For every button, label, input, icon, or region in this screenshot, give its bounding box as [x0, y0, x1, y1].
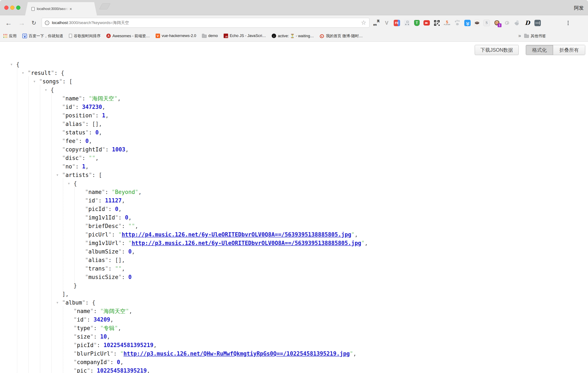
- mask-icon[interactable]: [474, 20, 480, 26]
- folder-icon: [524, 35, 529, 38]
- bookmark-label: 应用: [9, 33, 17, 39]
- json-string-value: 海阔天空: [104, 308, 126, 314]
- json-key: musicSize: [88, 274, 118, 280]
- page-content: 下载JSON数据 格式化 折叠所有 ▼{▼"result": {▼"songs"…: [0, 42, 588, 373]
- collapse-all-button[interactable]: 折叠所有: [553, 45, 585, 55]
- window-minimize-button[interactable]: [10, 6, 14, 10]
- download-json-button[interactable]: 下载JSON数据: [475, 45, 519, 55]
- bookmark-item[interactable]: 谷歌按时间排序: [69, 33, 101, 39]
- bookmark-item[interactable]: vue-hackernews-2.0: [156, 34, 196, 38]
- shield-icon[interactable]: [414, 20, 420, 26]
- json-key: artists: [65, 172, 89, 178]
- json-key: pic: [77, 367, 87, 373]
- collapse-caret-icon[interactable]: ▼: [43, 86, 49, 94]
- json-key: id: [77, 316, 84, 323]
- json-link[interactable]: http://p3.music.126.net/6y-UleORITEDbvrO…: [132, 240, 361, 246]
- fastforward-icon[interactable]: [423, 20, 430, 25]
- collapse-caret-icon[interactable]: ▼: [20, 69, 26, 77]
- url-bar[interactable]: i localhost:3000/search?keywords=海阔天空 ☆: [42, 18, 369, 28]
- json-number-value: 0: [95, 129, 99, 136]
- html5player-icon[interactable]: [444, 20, 450, 26]
- json-line: "trans": "",: [0, 264, 588, 273]
- bookmark-item[interactable]: active: ⏳ - waiting…: [272, 34, 314, 38]
- apps-grid-icon: [3, 34, 7, 38]
- tab-title: localhost:3000/search?keywor: [37, 7, 69, 11]
- collapse-caret-icon[interactable]: ▼: [9, 60, 14, 69]
- json-link[interactable]: http://p4.music.126.net/6y-UleORITEDbvrO…: [122, 231, 351, 238]
- json-string-value: 海阔天空: [92, 95, 114, 102]
- bookmark-label: 其他书签: [531, 33, 546, 39]
- tab-close-icon[interactable]: ×: [70, 7, 72, 11]
- new-tab-button[interactable]: [99, 3, 111, 9]
- json-line: "size": 10,: [0, 332, 588, 341]
- json-line: ▼"artists": [: [0, 171, 588, 179]
- json-line: "companyId": 0,: [0, 358, 588, 366]
- json-line: "img1v1Id": 0,: [0, 213, 588, 222]
- json-key: companyId: [77, 359, 107, 365]
- collapse-caret-icon[interactable]: ▼: [54, 298, 60, 307]
- paw-icon[interactable]: [454, 20, 461, 26]
- reload-icon[interactable]: ↻: [32, 20, 36, 26]
- s-icon[interactable]: [483, 20, 490, 26]
- bookmark-label: Awesomes - 前端资…: [113, 33, 150, 39]
- bookmark-item[interactable]: 百度一下，你就知道: [22, 33, 63, 39]
- json-number-value: 34209: [94, 316, 110, 323]
- browser-window: localhost:3000/search?keywor × 阿发 ← → ↻ …: [0, 0, 588, 373]
- bookmark-item[interactable]: 应用: [3, 33, 17, 39]
- profile-name[interactable]: 阿发: [574, 5, 584, 11]
- json-key: alias: [88, 257, 105, 263]
- window-close-button[interactable]: [4, 6, 9, 10]
- json-number-value: 10: [100, 333, 107, 340]
- collapse-caret-icon[interactable]: ▼: [32, 77, 37, 86]
- page-favicon-icon: [32, 7, 35, 11]
- baidu-icon: [22, 34, 27, 38]
- window-zoom-button[interactable]: [16, 6, 21, 10]
- bookmark-item[interactable]: 我的首页 微博-随时…: [319, 33, 363, 39]
- json-link[interactable]: http://p3.music.126.net/QHw-RuMwfQkmgtiy…: [124, 351, 350, 357]
- json-key: briefDesc: [88, 223, 118, 229]
- weibo-gray-icon[interactable]: [504, 20, 510, 26]
- tampermonkey-icon[interactable]: 1: [494, 20, 500, 26]
- bookmark-item[interactable]: Awesomes - 前端资…: [106, 33, 150, 39]
- translate-icon[interactable]: [373, 20, 380, 26]
- json-line: "copyrightId": 1003,: [0, 145, 588, 154]
- json-key: blurPicUrl: [77, 351, 110, 357]
- bookmark-star-icon[interactable]: ☆: [361, 20, 366, 26]
- chevrons-icon[interactable]: [464, 20, 471, 26]
- collapse-caret-icon[interactable]: ▼: [54, 171, 60, 179]
- json-key: status: [65, 129, 85, 136]
- json-line: ▼{: [0, 86, 588, 94]
- url-text[interactable]: localhost:3000/search?keywords=海阔天空: [52, 20, 129, 25]
- d-icon[interactable]: [524, 20, 531, 26]
- bird-icon[interactable]: [514, 20, 520, 26]
- json-number-value: 0: [115, 206, 118, 212]
- json-key: picUrl: [88, 231, 108, 238]
- browser-menu-icon[interactable]: [567, 20, 569, 26]
- fe-icon[interactable]: [394, 20, 400, 26]
- browser-toolbar: ← → ↻ i localhost:3000/search?keywords=海…: [0, 16, 588, 30]
- json-number-value: 11127: [105, 197, 122, 204]
- format-button[interactable]: 格式化: [526, 45, 553, 55]
- json-number-value: 0: [128, 274, 132, 280]
- bookmark-item[interactable]: demo: [202, 34, 218, 38]
- download-circle-icon: [272, 34, 276, 38]
- sitemap-icon[interactable]: [404, 20, 410, 26]
- tab-strip: localhost:3000/search?keywor × 阿发: [0, 0, 588, 15]
- bookmark-label: vue-hackernews-2.0: [162, 34, 196, 38]
- json-key: picId: [77, 342, 94, 348]
- bookmark-item[interactable]: Echo JS - JavaScri…: [224, 34, 266, 38]
- password-icon[interactable]: [535, 20, 541, 26]
- collapse-caret-icon[interactable]: ▼: [66, 179, 72, 188]
- bookmark-other-folder[interactable]: 其他书签: [524, 33, 546, 39]
- json-string-value: Beyond: [115, 189, 135, 195]
- back-icon[interactable]: ←: [5, 20, 12, 26]
- extension-icons: 1: [373, 16, 541, 30]
- bookmarks-overflow-chevron[interactable]: »: [518, 33, 521, 39]
- json-key: name: [77, 308, 90, 314]
- json-line: "name": "Beyond",: [0, 188, 588, 196]
- page-info-icon[interactable]: i: [45, 21, 49, 25]
- qrcode-icon[interactable]: [434, 20, 440, 26]
- json-line: "picUrl": "http://p4.music.126.net/6y-Ul…: [0, 230, 588, 239]
- browser-tab[interactable]: localhost:3000/search?keywor ×: [25, 2, 97, 16]
- vue-icon[interactable]: [384, 20, 390, 26]
